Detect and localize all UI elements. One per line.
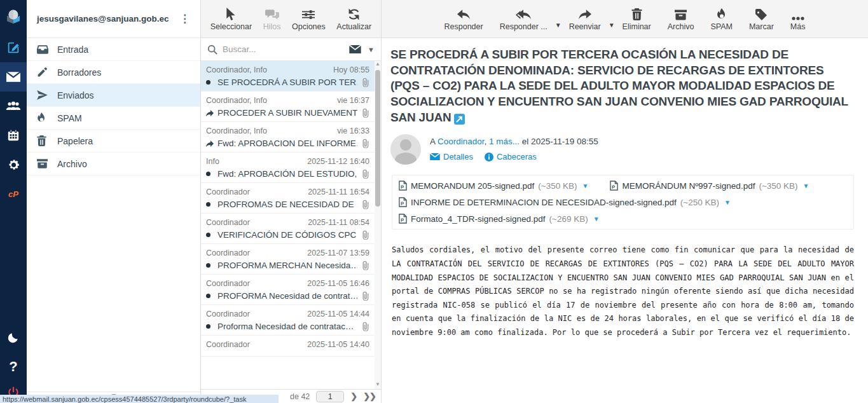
msg-date: 2025-11-05 14:40	[307, 340, 369, 349]
msg-sender: Coordinador	[206, 218, 250, 227]
paperclip-icon	[361, 291, 369, 301]
next-page-icon[interactable]: ❯	[350, 392, 357, 401]
details-link[interactable]: Detalles	[430, 152, 473, 161]
tool-label: Actualizar	[336, 22, 371, 31]
msg-date: vie 16:33	[337, 126, 369, 135]
search-scope-caret-icon[interactable]: ▼	[368, 46, 375, 53]
folder-sent[interactable]: Enviados	[27, 84, 200, 107]
external-link-icon[interactable]	[454, 114, 465, 125]
scrollbar-thumb[interactable]	[375, 70, 380, 207]
last-page-icon[interactable]: ❯❯	[363, 392, 376, 401]
cpanel-icon[interactable]: cP	[0, 179, 27, 208]
folder-archive[interactable]: Archivo	[27, 153, 200, 175]
headers-link[interactable]: Cabeceras	[485, 152, 537, 161]
more-recipients-link[interactable]: 1 más...	[489, 137, 520, 146]
pdf-file-icon	[399, 197, 407, 207]
folder-spam[interactable]: SPAM	[27, 107, 200, 130]
trash-icon	[631, 6, 642, 20]
attachment-menu-caret-icon[interactable]: ▼	[803, 182, 809, 189]
account-menu-kebab-icon[interactable]: ⋮	[176, 11, 194, 27]
message-toolbar: Responder Responder ... ▼ Reenviar ▼ Eli…	[382, 0, 868, 38]
folder-drafts[interactable]: Borradores	[27, 61, 200, 84]
message-row[interactable]: Info2025-11-12 16:40 Fwd: APROBACIÓN DEL…	[201, 153, 375, 183]
folder-trash[interactable]: Papelera	[27, 130, 200, 153]
attachment-item[interactable]: MEMORANDUM 205-signed.pdf (~350 KB) ▼	[399, 181, 588, 191]
calendar-icon[interactable]	[0, 121, 27, 150]
page-input[interactable]: 1	[316, 391, 344, 402]
tool-label: Marcar	[749, 22, 774, 31]
message-row[interactable]: Coordinador2025-11-05 14:44 Proforma Nec…	[201, 305, 375, 336]
attachment-name: MEMORANDUM 205-signed.pdf	[411, 181, 534, 191]
chat-bubbles-icon	[265, 6, 279, 20]
message-row[interactable]: Coordinador2025-11-05 14:40	[201, 336, 375, 357]
paperclip-icon	[361, 230, 369, 240]
settings-gear-icon[interactable]	[0, 150, 27, 179]
threads-button[interactable]: Hilos	[263, 6, 281, 31]
reply-all-caret-icon[interactable]: ▼	[555, 22, 561, 29]
msg-sender: Coordinador	[206, 279, 250, 288]
message-row[interactable]: Coordinador2025-11-07 13:59 PROFORMA MER…	[201, 244, 375, 275]
attachment-item[interactable]: INFORME DE DETERMINACION DE NECESIDAD-si…	[399, 197, 847, 207]
attachment-item[interactable]: MEMORÁNDUM Nº997-signed.pdf (~350 KB) ▼	[610, 181, 809, 191]
webmail-logo-icon[interactable]	[0, 0, 27, 33]
contacts-icon[interactable]	[0, 92, 27, 121]
folder-label: Enviados	[57, 90, 94, 100]
attachment-menu-caret-icon[interactable]: ▼	[582, 182, 589, 189]
meta-actions: Detalles Cabeceras	[430, 152, 598, 161]
link-preview-statusbar: https://webmail.sanjuan.gob.ec/cpsess457…	[0, 395, 279, 403]
paperclip-icon	[361, 200, 369, 209]
reply-button[interactable]: Responder	[444, 6, 483, 31]
scroll-down-icon[interactable]: ▼	[375, 381, 380, 389]
recipient-link[interactable]: Coordinador	[437, 137, 485, 146]
search-input[interactable]	[223, 44, 344, 54]
spam-button[interactable]: SPAM	[710, 6, 733, 31]
forwarded-arrow-icon	[206, 110, 214, 116]
help-icon[interactable]: ?	[0, 352, 27, 381]
archive-button[interactable]: Archivo	[668, 6, 694, 31]
attachment-item[interactable]: Formato_4_TDR-signed-signed.pdf (~269 KB…	[399, 214, 847, 224]
message-subject: SE PROCEDRÁ A SUBIR POR TERCERA OCASIÓN …	[390, 47, 855, 125]
pdf-file-icon	[399, 181, 407, 191]
message-row[interactable]: Coordinador2025-11-11 16:54 PROFROMAS DE…	[201, 183, 375, 214]
attachment-name: MEMORÁNDUM Nº997-signed.pdf	[622, 181, 755, 191]
attachment-menu-caret-icon[interactable]: ▼	[724, 199, 731, 206]
message-row[interactable]: Coordinador, Infovie 16:37 PROCEDER A SU…	[201, 92, 375, 122]
select-button[interactable]: Seleccionar	[210, 6, 252, 31]
compose-icon[interactable]	[0, 33, 27, 62]
refresh-icon	[348, 6, 360, 20]
attachment-menu-caret-icon[interactable]: ▼	[593, 215, 600, 222]
paperclip-icon	[361, 139, 369, 148]
mark-button[interactable]: Marcar	[749, 6, 774, 31]
refresh-button[interactable]: Actualizar	[336, 6, 371, 31]
delete-button[interactable]: Eliminar	[623, 6, 651, 31]
folder-inbox[interactable]: Entrada	[27, 38, 200, 61]
tool-label: Hilos	[263, 22, 281, 31]
search-scope-envelope-icon[interactable]	[349, 45, 361, 53]
sender-block: A Coordinador, 1 más... el 2025-11-19 08…	[390, 134, 855, 165]
msg-date: 2025-11-05 14:44	[307, 310, 369, 318]
forward-caret-icon[interactable]: ▼	[609, 22, 615, 29]
more-button[interactable]: Más	[790, 6, 806, 31]
unread-dot-icon	[206, 172, 214, 176]
msg-sender: Coordinador, Info	[206, 126, 267, 135]
tool-label: Responder ...	[500, 22, 548, 31]
folder-sidebar: jesusgavilanes@sanjuan.gob.ec ⋮ Entrada …	[27, 0, 201, 403]
message-row[interactable]: Coordinador2025-11-05 16:46 PROFORMA Nec…	[201, 275, 375, 305]
forward-button[interactable]: Reenviar	[569, 6, 601, 31]
message-row[interactable]: Coordinador, InfoHoy 08:55 SE PROCEDRÁ A…	[201, 61, 375, 92]
forward-icon	[579, 6, 591, 20]
message-row[interactable]: Coordinador, Infovie 16:33 Fwd: APROBACI…	[201, 122, 375, 153]
dark-mode-moon-icon[interactable]	[0, 323, 27, 352]
tool-label: Más	[790, 22, 806, 31]
avatar	[390, 134, 421, 165]
mail-tab-icon[interactable]	[0, 62, 27, 92]
unread-dot-icon	[206, 263, 214, 268]
inbox-icon	[37, 45, 48, 54]
scroll-up-icon[interactable]: ▲	[375, 61, 380, 69]
options-button[interactable]: Opciones	[292, 6, 326, 31]
list-scrollbar[interactable]: ▲ ▼	[375, 61, 381, 389]
message-row[interactable]: Coordinador2025-11-11 08:54 VERIFICACIÓN…	[201, 214, 375, 244]
reply-all-button[interactable]: Responder ...	[500, 6, 548, 31]
pdf-file-icon	[399, 214, 407, 224]
folder-label: Borradores	[57, 67, 101, 78]
